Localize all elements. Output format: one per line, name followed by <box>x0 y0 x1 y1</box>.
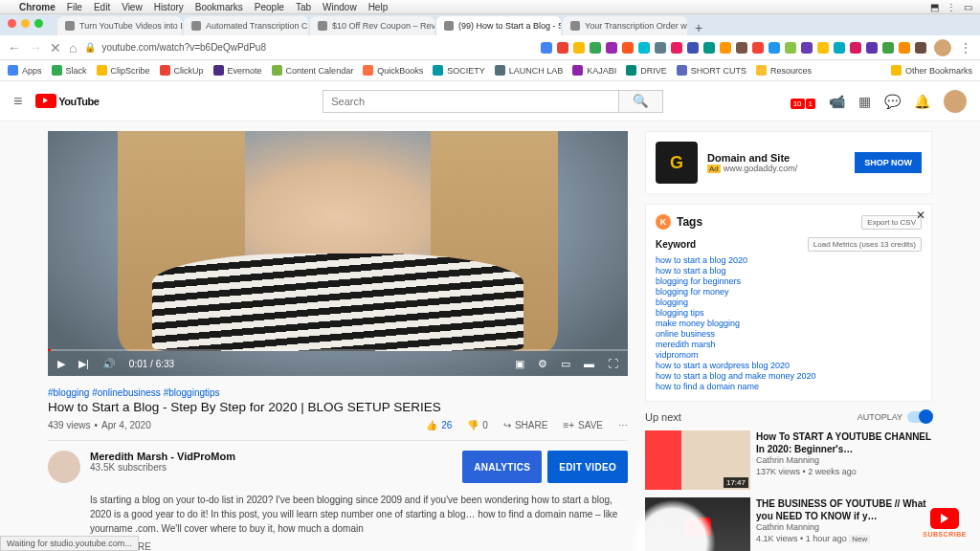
search-button[interactable]: 🔍 <box>619 90 663 113</box>
battery-icon[interactable]: ▭ <box>964 2 972 12</box>
bookmark-item[interactable]: DRIVE <box>626 65 667 76</box>
bookmark-item[interactable]: QuickBooks <box>363 65 423 76</box>
keyword-link[interactable]: how to start a blog <box>656 266 922 276</box>
profile-icon[interactable] <box>934 39 951 56</box>
bell-icon[interactable]: 🔔 <box>914 94 930 109</box>
settings-icon[interactable]: ⚙ <box>538 358 547 370</box>
share-button[interactable]: ↪ SHARE <box>503 420 547 430</box>
avatar[interactable] <box>944 90 967 113</box>
load-metrics-button[interactable]: Load Metrics (uses 13 credits) <box>808 237 922 252</box>
volume-icon[interactable]: 🔊 <box>102 358 116 370</box>
keyword-link[interactable]: make money blogging <box>656 319 922 328</box>
youtube-logo[interactable]: YouTube <box>35 94 99 108</box>
show-more-button[interactable]: SHOW MORE <box>90 541 628 551</box>
hamburger-icon[interactable]: ≡ <box>13 93 22 110</box>
create-icon[interactable]: 📹 <box>829 94 845 109</box>
bookmark-item[interactable]: Evernote <box>213 65 262 76</box>
keyword-link[interactable]: online business <box>656 329 922 339</box>
bookmark-item[interactable]: SOCIETY <box>433 65 485 76</box>
more-button[interactable]: ⋯ <box>618 420 628 430</box>
hashtags[interactable]: #blogging #onlinebusiness #bloggingtips <box>48 387 628 398</box>
browser-tab[interactable]: (99) How to Start a Blog - Step× <box>436 16 561 35</box>
ad-label: Ad <box>707 165 721 173</box>
theater-icon[interactable]: ▬ <box>584 358 594 369</box>
watch-page: ▶ ▶| 🔊 0:01 / 6:33 ▣ ⚙ ▭ ▬ ⛶ #blogging #… <box>0 121 980 551</box>
wifi-icon[interactable]: ⋮ <box>947 2 956 12</box>
edit-video-button[interactable]: EDIT VIDEO <box>547 451 628 483</box>
cc-icon[interactable]: ▣ <box>515 358 524 370</box>
like-button[interactable]: 👍 26 <box>426 420 452 430</box>
recommendation-item[interactable]: 17:47How To START A YOUTUBE CHANNEL In 2… <box>645 430 932 490</box>
export-csv-button[interactable]: Export to CSV <box>861 215 922 230</box>
mac-menu-item[interactable]: Chrome <box>19 2 56 12</box>
bookmark-item[interactable]: ClickUp <box>160 65 204 76</box>
mac-menu-item[interactable]: Bookmarks <box>195 2 243 12</box>
keyword-link[interactable]: meredith marsh <box>656 340 922 349</box>
channel-name[interactable]: Meredith Marsh - VidProMom <box>90 451 235 462</box>
keyword-link[interactable]: how to start a blog and make money 2020 <box>656 371 922 381</box>
dropbox-icon[interactable]: ⬒ <box>930 2 939 12</box>
miniplayer-icon[interactable]: ▭ <box>561 358 570 370</box>
browser-tab[interactable]: $10 Off Rev Coupon – Rev× <box>310 16 434 35</box>
ad-logo: G <box>656 142 698 184</box>
keyword-link[interactable]: blogging <box>656 298 922 307</box>
mac-menu-item[interactable]: Tab <box>296 2 311 12</box>
channel-avatar[interactable] <box>48 451 80 483</box>
messages-icon[interactable]: 💬 <box>884 94 901 109</box>
new-tab-button[interactable]: + <box>689 20 708 35</box>
bookmark-item[interactable]: Content Calendar <box>272 65 354 76</box>
video-player[interactable]: ▶ ▶| 🔊 0:01 / 6:33 ▣ ⚙ ▭ ▬ ⛶ <box>48 131 628 376</box>
browser-tab[interactable]: Automated Transcription Check× <box>184 16 308 35</box>
mac-menu-item[interactable]: Help <box>368 2 389 12</box>
keyword-link[interactable]: how to find a domain name <box>656 382 922 391</box>
back-button[interactable]: ← <box>8 40 21 55</box>
play-icon[interactable]: ▶ <box>57 358 65 370</box>
mac-menu-item[interactable]: People <box>255 2 284 12</box>
mac-status-icons: ⬒ ⋮ ▭ <box>930 2 972 12</box>
notification-badges[interactable]: 101 <box>790 94 815 109</box>
shop-now-button[interactable]: SHOP NOW <box>855 152 922 173</box>
bookmark-item[interactable]: ClipScribe <box>97 65 150 76</box>
bookmark-item[interactable]: Slack <box>52 65 87 76</box>
extension-icons[interactable] <box>541 42 926 54</box>
dislike-button[interactable]: 👎 0 <box>467 420 488 430</box>
up-next-header: Up next AUTOPLAY <box>645 411 932 423</box>
mac-menu-item[interactable]: File <box>67 2 82 12</box>
keyword-link[interactable]: blogging tips <box>656 308 922 318</box>
bookmark-item[interactable]: KAJABI <box>572 65 616 76</box>
bookmark-item[interactable]: Apps <box>8 65 42 76</box>
chrome-menu-button[interactable]: ⋮ <box>959 40 972 55</box>
search-input[interactable] <box>323 90 619 113</box>
keyword-link[interactable]: blogging for money <box>656 287 922 297</box>
other-bookmarks[interactable]: Other Bookmarks <box>891 65 972 76</box>
stop-button[interactable]: ✕ <box>50 40 61 55</box>
save-button[interactable]: ≡+ SAVE <box>563 420 603 430</box>
browser-toolbar: ← → ✕ ⌂ 🔒 youtube.com/watch?v=b6DeQwPdPu… <box>0 35 980 60</box>
next-icon[interactable]: ▶| <box>78 358 89 370</box>
browser-tab[interactable]: Your Transcription Order was Pl× <box>563 16 687 35</box>
home-button[interactable]: ⌂ <box>69 40 77 55</box>
bookmark-item[interactable]: Resources <box>756 65 812 76</box>
recommendation-item[interactable]: THE BUSINESS OF YOUTUBE // What you NEED… <box>645 497 932 551</box>
analytics-button[interactable]: ANALYTICS <box>462 451 542 483</box>
browser-tab[interactable]: Turn YouTube Videos into Blog P× <box>57 16 182 35</box>
close-icon[interactable]: ✕ <box>916 209 925 222</box>
apps-icon[interactable]: ▦ <box>858 94 871 109</box>
mac-menu-item[interactable]: View <box>122 2 143 12</box>
window-controls[interactable] <box>8 19 43 28</box>
keyword-link[interactable]: how to start a blog 2020 <box>656 255 922 265</box>
mac-menu-item[interactable]: Edit <box>94 2 110 12</box>
keyword-link[interactable]: how to start a wordpress blog 2020 <box>656 361 922 370</box>
ad-panel[interactable]: G Domain and Site Adwww.godaddy.com/ SHO… <box>645 131 932 194</box>
fullscreen-icon[interactable]: ⛶ <box>608 358 618 369</box>
keyword-link[interactable]: blogging for beginners <box>656 276 922 286</box>
mac-menu-item[interactable]: Window <box>323 2 357 12</box>
subscribe-watermark[interactable]: SUBSCRIBE <box>923 508 967 538</box>
bookmark-item[interactable]: SHORT CUTS <box>677 65 746 76</box>
mac-menu-item[interactable]: History <box>154 2 184 12</box>
address-bar[interactable]: 🔒 youtube.com/watch?v=b6DeQwPdPu8 <box>84 42 266 53</box>
autoplay-toggle[interactable] <box>907 411 932 423</box>
bookmark-item[interactable]: LAUNCH LAB <box>495 65 564 76</box>
keyword-link[interactable]: vidpromom <box>656 350 922 360</box>
forward-button[interactable]: → <box>29 40 42 55</box>
